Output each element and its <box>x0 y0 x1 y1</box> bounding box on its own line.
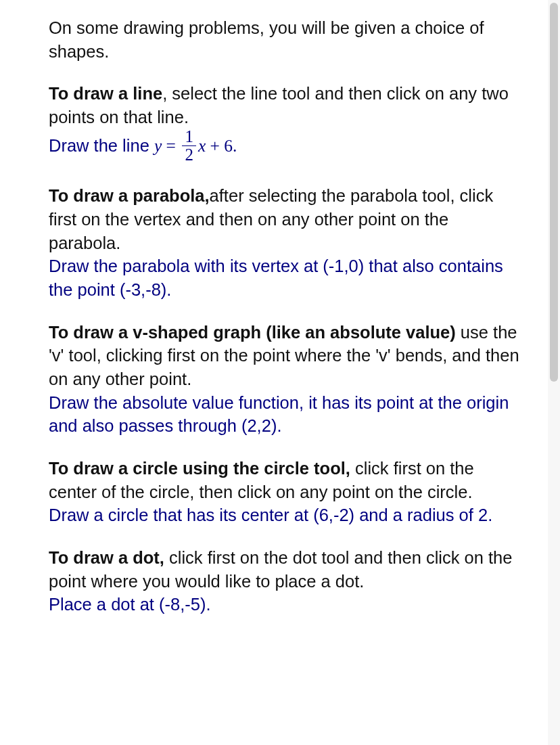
eq-numerator: 1 <box>182 128 196 145</box>
vshape-task: Draw the absolute value function, it has… <box>49 393 509 436</box>
eq-rest: + 6. <box>206 136 237 156</box>
vshape-section: To draw a v-shaped graph (like an absolu… <box>49 321 525 438</box>
line-heading: To draw a line <box>49 84 162 103</box>
scrollbar-thumb[interactable] <box>550 3 558 382</box>
line-section: To draw a line, select the line tool and… <box>49 82 525 165</box>
eq-y: y <box>154 136 162 156</box>
instructions-body: On some drawing problems, you will be gi… <box>0 0 546 633</box>
scrollbar-track[interactable] <box>548 0 560 745</box>
vshape-heading: To draw a v-shaped graph (like an absolu… <box>49 323 456 342</box>
intro-text: On some drawing problems, you will be gi… <box>49 16 525 63</box>
eq-denominator: 2 <box>182 145 196 164</box>
eq-equals: = <box>162 136 180 156</box>
eq-fraction: 12 <box>182 128 196 164</box>
circle-section: To draw a circle using the circle tool, … <box>49 457 525 527</box>
circle-task: Draw a circle that has its center at (6,… <box>49 505 492 524</box>
parabola-task: Draw the parabola with its vertex at (-1… <box>49 256 503 299</box>
dot-task: Place a dot at (-8,-5). <box>49 595 211 614</box>
dot-heading: To draw a dot, <box>49 548 164 567</box>
circle-heading: To draw a circle using the circle tool, <box>49 459 350 478</box>
parabola-heading: To draw a parabola, <box>49 186 210 205</box>
eq-x: x <box>198 136 206 156</box>
line-task: Draw the line y = 12x + 6. <box>49 129 525 166</box>
parabola-section: To draw a parabola,after selecting the p… <box>49 184 525 301</box>
line-task-prefix: Draw the line <box>49 136 154 155</box>
dot-section: To draw a dot, click first on the dot to… <box>49 546 525 616</box>
